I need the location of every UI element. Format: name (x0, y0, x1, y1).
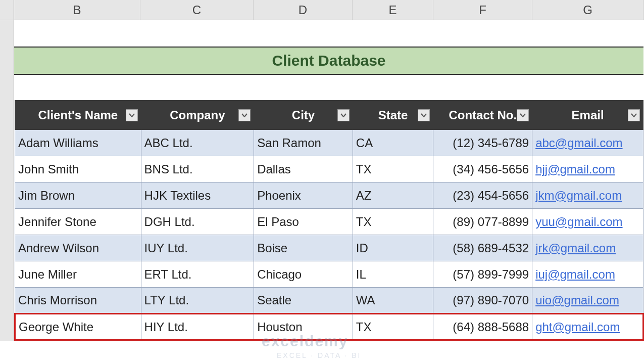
cell-contact[interactable]: (58) 689-4532 (433, 235, 532, 261)
cell-state[interactable]: TX (353, 156, 433, 183)
cell-company[interactable]: IUY Ltd. (141, 235, 254, 261)
email-link[interactable]: abc@gmail.com (535, 136, 622, 150)
cell-contact[interactable]: (89) 077-8899 (433, 209, 532, 235)
cell-email[interactable]: iuj@gmail.com (532, 261, 643, 288)
header-city-label: City (292, 108, 315, 122)
filter-button-state[interactable] (418, 109, 430, 121)
table-row[interactable]: Jim BrownHJK TextilesPhoenixAZ(23) 454-5… (15, 183, 643, 209)
cell-name[interactable]: Chris Morrison (15, 288, 141, 314)
column-header-row: B C D E F G (0, 0, 644, 20)
cell-city[interactable]: El Paso (254, 209, 353, 235)
cell-company[interactable]: HJK Textiles (141, 183, 254, 209)
filter-button-contact[interactable] (517, 109, 529, 121)
client-table: Client's Name Company City (14, 100, 644, 341)
table-row[interactable]: Andrew WilsonIUY Ltd.BoiseID(58) 689-453… (15, 235, 643, 261)
cell-company[interactable]: HIY Ltd. (141, 314, 254, 340)
cell-contact[interactable]: (12) 345-6789 (433, 130, 532, 156)
cell-state[interactable]: TX (353, 314, 433, 340)
cell-state[interactable]: CA (353, 130, 433, 156)
title-cell[interactable]: Client Database (14, 47, 643, 75)
header-email-label: Email (572, 108, 604, 122)
header-name-label: Client's Name (38, 108, 118, 122)
cell-city[interactable]: Dallas (254, 156, 353, 183)
cell-company[interactable]: ERT Ltd. (141, 261, 254, 288)
cell-company[interactable]: LTY Ltd. (141, 288, 254, 314)
email-link[interactable]: yuu@gmail.com (535, 215, 622, 229)
header-company-label: Company (170, 108, 225, 122)
column-header-e[interactable]: E (353, 0, 433, 20)
cell-city[interactable]: Boise (254, 235, 353, 261)
cell-city[interactable]: San Ramon (254, 130, 353, 156)
cell-contact[interactable]: (64) 888-5688 (433, 314, 532, 340)
cell-state[interactable]: ID (353, 235, 433, 261)
header-contact-label: Contact No. (449, 108, 517, 122)
email-link[interactable]: jkm@gmail.com (535, 189, 622, 202)
column-header-g[interactable]: G (532, 0, 643, 20)
filter-button-city[interactable] (337, 109, 350, 121)
column-header-f[interactable]: F (433, 0, 532, 20)
cell-company[interactable]: ABC Ltd. (141, 130, 254, 156)
cell-email[interactable]: ght@gmail.com (532, 314, 643, 340)
cell-name[interactable]: June Miller (15, 261, 141, 288)
cell-city[interactable]: Houston (254, 314, 353, 340)
cell-contact[interactable]: (57) 899-7999 (433, 261, 532, 288)
cell-email[interactable]: jrk@gmail.com (532, 235, 643, 261)
email-link[interactable]: jrk@gmail.com (535, 241, 616, 255)
header-city[interactable]: City (254, 101, 353, 130)
cell-email[interactable]: uio@gmail.com (532, 288, 643, 314)
cell-name[interactable]: Jim Brown (15, 183, 141, 209)
cell-city[interactable]: Chicago (254, 261, 353, 288)
table-row[interactable]: George WhiteHIY Ltd.HoustonTX(64) 888-56… (15, 314, 643, 340)
spreadsheet-grid: B C D E F G Client Database Client's Nam… (0, 0, 644, 364)
cell-email[interactable]: jkm@gmail.com (532, 183, 643, 209)
header-contact[interactable]: Contact No. (433, 101, 532, 130)
cell-state[interactable]: IL (353, 261, 433, 288)
header-company[interactable]: Company (141, 101, 254, 130)
cell-email[interactable]: hjj@gmail.com (532, 156, 643, 183)
filter-button-company[interactable] (238, 109, 251, 121)
table-row[interactable]: John SmithBNS Ltd.DallasTX(34) 456-5656h… (15, 156, 643, 183)
sheet-body[interactable]: Client Database Client's Name (14, 20, 644, 341)
table-row[interactable]: June MillerERT Ltd.ChicagoIL(57) 899-799… (15, 261, 643, 288)
cell-email[interactable]: abc@gmail.com (532, 130, 643, 156)
chevron-down-icon (520, 113, 526, 117)
cell-contact[interactable]: (34) 456-5656 (433, 156, 532, 183)
cell-email[interactable]: yuu@gmail.com (532, 209, 643, 235)
cell-state[interactable]: AZ (353, 183, 433, 209)
email-link[interactable]: iuj@gmail.com (535, 267, 615, 281)
header-email[interactable]: Email (532, 101, 643, 130)
cell-name[interactable]: Andrew Wilson (15, 235, 141, 261)
table-row[interactable]: Chris MorrisonLTY Ltd.SeatleWA(97) 890-7… (15, 288, 643, 314)
chevron-down-icon (340, 113, 346, 117)
cell-name[interactable]: Jennifer Stone (15, 209, 141, 235)
cell-company[interactable]: BNS Ltd. (141, 156, 254, 183)
select-all-corner[interactable] (0, 0, 14, 20)
email-link[interactable]: uio@gmail.com (535, 293, 619, 307)
cell-city[interactable]: Seatle (254, 288, 353, 314)
table-row[interactable]: Adam WilliamsABC Ltd.San RamonCA(12) 345… (15, 130, 643, 156)
cell-contact[interactable]: (97) 890-7070 (433, 288, 532, 314)
cell-name[interactable]: George White (15, 314, 141, 340)
cell-contact[interactable]: (23) 454-5656 (433, 183, 532, 209)
column-header-d[interactable]: D (254, 0, 353, 20)
filter-button-name[interactable] (126, 109, 138, 121)
cell-name[interactable]: John Smith (15, 156, 141, 183)
chevron-down-icon (129, 113, 135, 117)
header-state[interactable]: State (353, 101, 433, 130)
cell-company[interactable]: DGH Ltd. (141, 209, 254, 235)
email-link[interactable]: hjj@gmail.com (535, 162, 615, 176)
cell-city[interactable]: Phoenix (254, 183, 353, 209)
header-state-label: State (378, 108, 408, 122)
cell-name[interactable]: Adam Williams (15, 130, 141, 156)
header-name[interactable]: Client's Name (15, 101, 141, 130)
table-header-row: Client's Name Company City (15, 101, 643, 130)
cell-state[interactable]: WA (353, 288, 433, 314)
column-header-c[interactable]: C (140, 0, 254, 20)
filter-button-email[interactable] (628, 109, 640, 121)
watermark-sub: EXCEL · DATA · BI (277, 351, 361, 359)
cell-state[interactable]: TX (353, 209, 433, 235)
table-row[interactable]: Jennifer StoneDGH Ltd.El PasoTX(89) 077-… (15, 209, 643, 235)
column-header-b[interactable]: B (14, 0, 140, 20)
email-link[interactable]: ght@gmail.com (535, 320, 620, 334)
row-header-gutter[interactable] (0, 20, 14, 341)
